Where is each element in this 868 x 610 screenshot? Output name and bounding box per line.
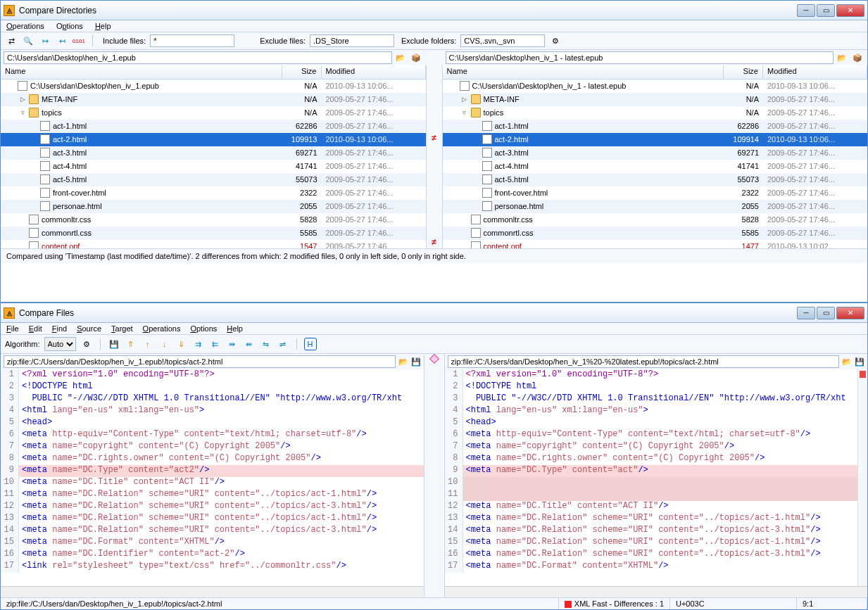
col-name[interactable]: Name [443,65,724,79]
code-line[interactable]: 1<?xml version="1.0" encoding="UTF-8"?> [1,369,424,381]
file-row[interactable]: ▷ META-INF N/A 2009-05-27 17:46... [1,93,426,106]
algorithm-select[interactable]: Auto [44,337,76,351]
menu-edit[interactable]: Edit [29,324,42,333]
right-rows[interactable]: C:\Users\dan\Desktop\hen_iv_1 - latest.e… [443,80,868,248]
menu-options[interactable]: Options [56,22,83,30]
code-line[interactable]: 14<meta name="DC.Relation" scheme="URI" … [445,525,858,537]
file-row[interactable]: commonrtl.css 5585 2009-05-27 17:46... [443,227,868,240]
code-line[interactable]: 15<meta name="DC.Format" content="XHTML"… [1,537,424,549]
first-diff-icon[interactable]: ⇑ [125,338,137,350]
file-row[interactable]: personae.html 2055 2009-05-27 17:46... [1,200,426,213]
compare-icon[interactable]: ⇄ [5,34,18,47]
code-line[interactable]: 10<meta name="DC.Title" content="ACT II"… [1,477,424,489]
menu-operations[interactable]: Operations [6,22,44,30]
code-line[interactable]: 7<meta name="copyright" content="(C) Cop… [1,441,424,453]
file-row[interactable]: front-cover.html 2322 2009-05-27 17:46..… [443,186,868,200]
merge-all-icon[interactable]: ⇌ [277,338,289,350]
left-path-input[interactable] [4,51,392,64]
code-line[interactable]: 15<meta name="DC.Relation" scheme="URI" … [445,537,858,549]
save-icon[interactable]: 💾 [108,338,120,350]
file-row[interactable]: personae.html 2055 2009-05-27 17:46... [443,200,868,213]
code-line[interactable]: 1<?xml version="1.0" encoding="UTF-8"?> [445,369,858,381]
include-input[interactable] [150,34,234,47]
code-line[interactable]: 6<meta http-equiv="Content-Type" content… [445,429,858,441]
right-path-input[interactable] [446,51,834,64]
next-diff-icon[interactable]: ↓ [158,338,171,350]
menu-file[interactable]: File [6,324,19,333]
right-file-path[interactable] [448,355,840,368]
browse-archive-icon[interactable]: 📦 [850,51,864,64]
file-row[interactable]: commonrtl.css 5585 2009-05-27 17:46... [1,227,426,240]
col-modified[interactable]: Modified [322,65,426,79]
exclude-folders-input[interactable] [460,34,545,47]
right-tree[interactable]: Name Size Modified C:\Users\dan\Desktop\… [443,65,868,248]
help-icon[interactable]: H [304,338,317,350]
copy-right-icon[interactable]: ⇉ [192,338,205,350]
browse-folder-icon[interactable]: 📂 [394,51,408,64]
code-line[interactable]: 6<meta http-equiv="Content-Type" content… [1,429,424,441]
code-line[interactable]: 8<meta name="DC.rights.owner" content="(… [1,453,424,465]
code-line[interactable]: 11 [445,489,858,501]
col-size[interactable]: Size [724,65,763,79]
menu-operations[interactable]: Operations [143,324,181,333]
menu-options[interactable]: Options [190,324,217,333]
browse-archive-icon[interactable]: 📦 [409,51,423,64]
close-button[interactable]: ✕ [836,4,864,17]
browse-icon[interactable]: 📂 [842,357,852,367]
file-row[interactable]: act-4.html 41741 2009-05-27 17:46... [443,160,868,173]
menu-help[interactable]: Help [227,324,243,333]
gear-icon[interactable]: ⚙ [80,338,93,350]
file-row[interactable]: C:\Users\dan\Desktop\hen_iv_1.epub N/A 2… [1,80,426,93]
left-code[interactable]: 1<?xml version="1.0" encoding="UTF-8"?>2… [1,369,424,586]
code-line[interactable]: 17<link rel="stylesheet" type="text/css"… [1,561,424,573]
file-row[interactable]: act-5.html 55073 2009-05-27 17:46... [1,173,426,186]
browse-icon[interactable]: 📂 [398,357,408,367]
copy-all-right-icon[interactable]: ⇛ [226,338,239,350]
menu-target[interactable]: Target [111,324,133,333]
file-row[interactable]: act-1.html 62286 2009-05-27 17:46... [1,120,426,133]
tree-toggle-icon[interactable]: ▿ [19,109,26,116]
col-name[interactable]: Name [1,65,282,79]
save-icon[interactable]: 💾 [855,357,864,367]
prev-diff-icon[interactable]: ↑ [141,338,154,350]
file-row[interactable]: act-3.html 69271 2009-05-27 17:46... [443,146,868,160]
code-line[interactable]: 12<meta name="DC.Relation" scheme="URI" … [1,501,424,513]
code-line[interactable]: 2<!DOCTYPE html [1,381,424,393]
file-row[interactable]: ▿ topics N/A 2009-05-27 17:46... [443,106,868,120]
tree-toggle-icon[interactable]: ▿ [461,109,468,116]
file-row[interactable]: ▷ META-INF N/A 2009-05-27 17:46... [443,93,868,106]
code-line[interactable]: 5<head> [445,417,858,429]
minimize-button[interactable]: ─ [797,307,815,319]
file-row[interactable]: act-2.html 109914 2010-09-13 10:06... [443,133,868,146]
tree-toggle-icon[interactable]: ▷ [19,96,26,103]
close-button[interactable]: ✕ [836,307,864,319]
code-line[interactable]: 3 PUBLIC "-//W3C//DTD XHTML 1.0 Transiti… [1,393,424,405]
file-row[interactable]: content.opf 1477 2010-09-13 10:02... [443,240,868,248]
maximize-button[interactable]: ▭ [817,4,835,17]
menu-find[interactable]: Find [52,324,67,333]
merge-icon[interactable]: ⇋ [260,338,272,350]
minimize-button[interactable]: ─ [797,4,815,17]
file-row[interactable]: act-1.html 62286 2009-05-27 17:46... [443,120,868,133]
left-rows[interactable]: C:\Users\dan\Desktop\hen_iv_1.epub N/A 2… [1,80,426,248]
file-row[interactable]: act-5.html 55073 2009-05-27 17:46... [443,173,868,186]
file-row[interactable]: front-cover.html 2322 2009-05-27 17:46..… [1,186,426,200]
horizontal-scrollbar[interactable] [1,586,424,597]
file-row[interactable]: C:\Users\dan\Desktop\hen_iv_1 - latest.e… [443,80,868,93]
binary-icon[interactable]: 0101 [73,34,85,47]
copy-right-icon[interactable]: ↦ [39,34,51,47]
code-line[interactable]: 8<meta name="DC.rights.owner" content="(… [445,453,858,465]
maximize-button[interactable]: ▭ [817,307,835,319]
copy-left-icon[interactable]: ⇇ [209,338,222,350]
left-tree[interactable]: Name Size Modified C:\Users\dan\Desktop\… [1,65,426,248]
code-line[interactable]: 12<meta name="DC.Title" content="ACT II"… [445,501,858,513]
browse-folder-icon[interactable]: 📂 [835,51,849,64]
refresh-icon[interactable]: 🔍 [22,34,34,47]
left-file-path[interactable] [4,355,396,368]
exclude-input[interactable] [310,34,394,47]
code-line[interactable]: 7<meta name="copyright" content="(C) Cop… [445,441,858,453]
code-line[interactable]: 5<head> [1,417,424,429]
code-line[interactable]: 3 PUBLIC "-//W3C//DTD XHTML 1.0 Transiti… [445,393,858,405]
save-icon[interactable]: 💾 [411,357,421,367]
diff-overview-strip[interactable] [857,369,867,586]
